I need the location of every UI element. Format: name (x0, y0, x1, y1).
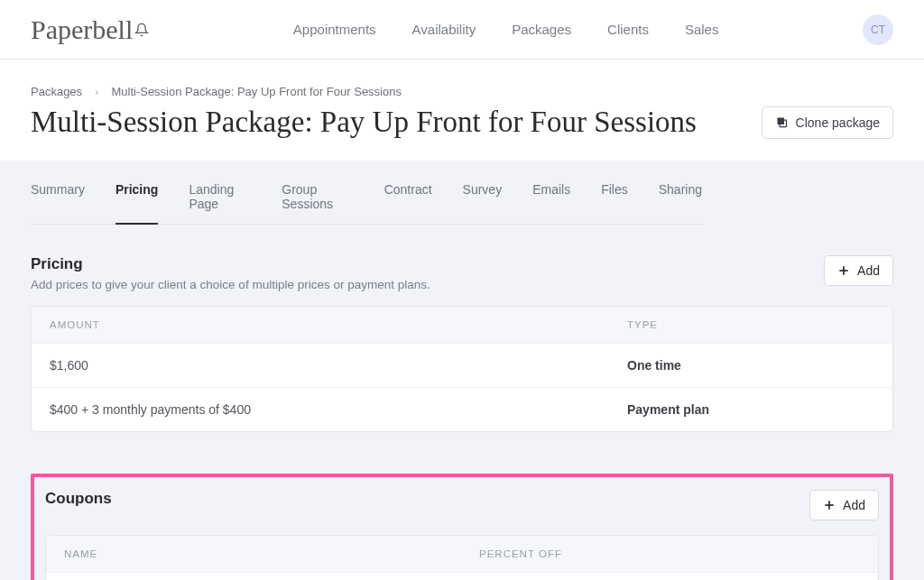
tab-contract[interactable]: Contract (384, 182, 432, 224)
add-price-button[interactable]: Add (824, 255, 893, 286)
svg-rect-1 (777, 118, 784, 125)
chevron-right-icon: › (95, 85, 98, 98)
coupons-section: Coupons Add NAME PERCENT OFF OHYEAH50 50… (45, 490, 879, 580)
coupons-highlight: Coupons Add NAME PERCENT OFF OHYEAH50 50… (31, 474, 893, 580)
pricing-row[interactable]: $1,600 One time (32, 343, 892, 387)
nav-sales[interactable]: Sales (685, 22, 719, 37)
pricing-amount: $400 + 3 monthly payments of $400 (50, 402, 627, 417)
coupons-header-name: NAME (64, 548, 479, 559)
nav-clients[interactable]: Clients (607, 22, 649, 37)
brand-logo[interactable]: Paperbell (31, 14, 149, 45)
top-nav: Paperbell Appointments Availability Pack… (0, 0, 924, 60)
plus-icon (823, 499, 836, 511)
coupons-table: NAME PERCENT OFF OHYEAH50 50% (45, 535, 879, 580)
pricing-header-amount: AMOUNT (50, 319, 627, 330)
package-tabs: Summary Pricing Landing Page Group Sessi… (31, 182, 702, 225)
coupons-title: Coupons (45, 490, 112, 508)
tab-group-sessions[interactable]: Group Sessions (282, 182, 353, 224)
nav-availability[interactable]: Availability (412, 22, 476, 37)
tab-sharing[interactable]: Sharing (659, 182, 702, 224)
clone-package-button[interactable]: Clone package (762, 106, 893, 139)
coupons-header-row: NAME PERCENT OFF (46, 536, 878, 572)
bell-icon (134, 23, 149, 37)
nav-appointments[interactable]: Appointments (293, 22, 376, 37)
pricing-table: AMOUNT TYPE $1,600 One time $400 + 3 mon… (31, 306, 893, 432)
main-nav: Appointments Availability Packages Clien… (149, 22, 863, 37)
coupon-row[interactable]: OHYEAH50 50% (46, 572, 878, 580)
pricing-row[interactable]: $400 + 3 monthly payments of $400 Paymen… (32, 387, 892, 431)
tab-landing-page[interactable]: Landing Page (189, 182, 251, 224)
avatar[interactable]: CT (863, 14, 893, 45)
tab-files[interactable]: Files (601, 182, 628, 224)
nav-packages[interactable]: Packages (512, 22, 571, 37)
tab-emails[interactable]: Emails (532, 182, 570, 224)
add-coupon-label: Add (843, 498, 865, 512)
copy-icon (775, 115, 789, 129)
add-price-label: Add (857, 263, 880, 278)
plus-icon (837, 264, 850, 277)
pricing-type: One time (627, 358, 874, 373)
pricing-header-row: AMOUNT TYPE (32, 307, 892, 343)
add-coupon-button[interactable]: Add (809, 490, 879, 520)
pricing-subtitle: Add prices to give your client a choice … (31, 278, 430, 291)
brand-text: Paperbell (31, 14, 133, 45)
pricing-type: Payment plan (627, 402, 874, 417)
pricing-title: Pricing (31, 255, 430, 273)
coupons-header-percent: PERCENT OFF (479, 548, 860, 559)
tab-pricing[interactable]: Pricing (116, 182, 158, 225)
pricing-section: Pricing Add prices to give your client a… (31, 255, 893, 432)
breadcrumb-root[interactable]: Packages (31, 85, 82, 98)
breadcrumb-current: Multi-Session Package: Pay Up Front for … (111, 85, 402, 98)
pricing-header-type: TYPE (627, 319, 874, 330)
tab-summary[interactable]: Summary (31, 182, 85, 224)
clone-label: Clone package (796, 115, 880, 130)
pricing-amount: $1,600 (50, 358, 627, 373)
breadcrumb: Packages › Multi-Session Package: Pay Up… (31, 60, 893, 98)
tab-survey[interactable]: Survey (463, 182, 503, 224)
page-title: Multi-Session Package: Pay Up Front for … (31, 106, 697, 139)
